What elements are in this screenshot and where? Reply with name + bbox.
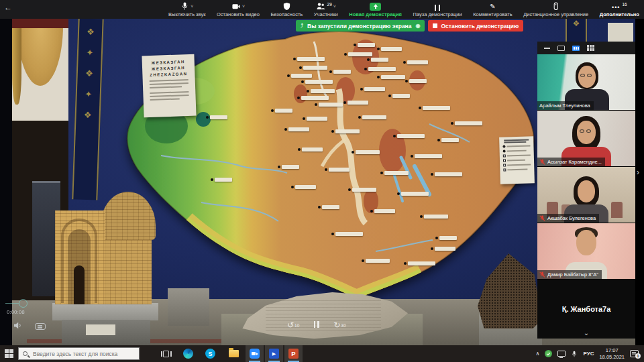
model-pedestal — [52, 303, 158, 320]
player-back-button[interactable]: ← — [4, 3, 12, 12]
map-legend — [499, 136, 535, 184]
zoom-app-button[interactable] — [246, 345, 264, 362]
participant-name: Қ. Жанбота7а — [562, 305, 611, 313]
minimize-icon[interactable] — [544, 48, 550, 49]
language-indicator[interactable]: РУС — [583, 351, 594, 357]
map-marker — [288, 127, 309, 131]
tray-mic-icon[interactable] — [571, 350, 578, 358]
map-marker — [291, 74, 312, 78]
map-marker — [348, 52, 372, 56]
map-marker — [381, 47, 402, 51]
skype-button[interactable]: S — [201, 345, 219, 362]
chevron-down-icon[interactable]: ˅ — [333, 2, 336, 11]
speaker-view-icon[interactable] — [557, 46, 565, 51]
chevron-down-icon[interactable]: ˅ — [242, 2, 245, 11]
tray-expand-icon[interactable]: ∧ — [536, 351, 540, 357]
new-share-button[interactable]: Новая демонстрация — [347, 0, 404, 19]
folder-icon — [229, 350, 239, 357]
forward-button[interactable]: ↻ 30 — [333, 320, 345, 330]
rewind-button[interactable]: ↺ 10 — [287, 320, 299, 330]
video-player-button[interactable]: ▶ — [265, 345, 283, 362]
map-marker — [301, 96, 329, 100]
annotate-button[interactable]: ✎ Комментировать — [471, 0, 514, 19]
rewind-icon: ↺ — [287, 320, 294, 330]
stop-share-button[interactable]: Остановить демонстрацию — [428, 20, 523, 32]
security-button[interactable]: Безопасность — [268, 0, 305, 19]
stop-video-button[interactable]: ˅ Остановить видео — [215, 0, 262, 19]
model-dome — [101, 192, 156, 240]
action-center-icon[interactable]: 1 — [630, 350, 639, 357]
map-title-sign: ЖЕЗКАЗГАН ЖЕЗКАЗГАН ZHEZKAZGAN — [142, 54, 196, 118]
start-button[interactable] — [0, 345, 18, 362]
microphone-icon — [180, 1, 189, 11]
mute-button[interactable]: ˅ Выключить звук — [166, 0, 207, 19]
shield-icon — [282, 2, 291, 11]
pause-share-button[interactable]: Пауза демонстрации — [411, 0, 464, 19]
participant-video-3[interactable]: Акшабак Булегенова — [537, 167, 635, 223]
search-input[interactable] — [32, 350, 132, 358]
display-icon[interactable] — [557, 351, 566, 357]
remote-control-button[interactable]: Дистанционное управление — [521, 0, 590, 19]
participant-video-2[interactable]: Асылзат Карамендие... — [537, 111, 635, 167]
taskbar-search[interactable] — [18, 347, 140, 360]
taskbar-clock[interactable]: 17:07 18.05.2021 — [599, 347, 625, 361]
participant-video-5[interactable]: Қ. Жанбота7а ⌄ — [537, 280, 635, 338]
antivirus-icon[interactable] — [545, 350, 552, 357]
camera-icon — [231, 2, 241, 11]
gallery-view-icon[interactable] — [587, 45, 594, 51]
map-marker — [435, 172, 462, 176]
map-marker — [381, 75, 405, 79]
skype-icon: S — [205, 349, 215, 359]
speaker-icon[interactable] — [13, 322, 21, 329]
edge-button[interactable] — [179, 345, 197, 362]
windows-logo-icon — [5, 349, 13, 358]
pause-playback-button[interactable] — [313, 321, 320, 329]
map-marker — [362, 115, 386, 119]
filmstrip-icon[interactable] — [35, 323, 46, 330]
map-marker — [297, 57, 325, 61]
map-marker — [352, 188, 376, 192]
edge-icon — [183, 349, 193, 359]
map-marker — [358, 43, 375, 47]
map-marker — [303, 66, 327, 70]
more-button[interactable]: ••• 16 Дополнительно — [598, 0, 641, 19]
mute-label: Выключить звук — [168, 11, 205, 17]
participants-label: Участники — [314, 11, 338, 17]
participant-name-tag: Асылзат Карамендие... — [537, 158, 605, 166]
map-marker — [435, 247, 455, 251]
map-marker — [371, 58, 388, 62]
file-explorer-button[interactable] — [225, 345, 243, 362]
participant-name-tag: Арайлым Тлеулинова — [537, 101, 594, 110]
map-marker — [215, 178, 232, 182]
map-marker — [335, 232, 363, 236]
participants-button[interactable]: 29 ˅ Участники — [312, 0, 340, 19]
pause-share-label: Пауза демонстрации — [413, 11, 462, 17]
participant-name: Асылзат Карамендие... — [547, 159, 602, 165]
model-portal — [55, 210, 105, 304]
map-marker — [295, 185, 316, 189]
chevron-down-icon[interactable]: ⌄ — [584, 329, 589, 337]
chevron-right-icon[interactable]: › — [637, 168, 639, 177]
map-marker — [384, 171, 409, 175]
active-view-icon[interactable] — [572, 46, 580, 51]
player-marker-line — [5, 303, 19, 304]
participants-panel: Арайлым Тлеулинова Асылзат Карамендие...… — [537, 42, 635, 339]
map-marker — [311, 89, 335, 93]
participant-video-1[interactable]: Арайлым Тлеулинова — [537, 54, 635, 111]
forward-seconds: 30 — [341, 323, 345, 328]
small-pedestal — [168, 288, 209, 326]
map-marker — [319, 103, 343, 107]
participant-video-4[interactable]: Дамир Байбатыр 8"А" — [537, 223, 635, 280]
zoom-app-icon — [250, 349, 260, 359]
map-marker — [455, 121, 482, 125]
chevron-down-icon[interactable]: ˅ — [191, 2, 193, 11]
muted-mic-icon — [539, 159, 545, 165]
task-view-button[interactable] — [157, 345, 175, 362]
annotate-label: Комментировать — [473, 11, 512, 17]
pause-icon — [434, 2, 441, 11]
share-status-text: Вы запустили демонстрацию экрана — [307, 23, 411, 29]
map-marker — [423, 106, 450, 110]
powerpoint-button[interactable]: P — [284, 345, 303, 362]
share-status: ⤴ Вы запустили демонстрацию экрана ◉ — [296, 20, 425, 32]
share-leaf-icon: ⤴ — [301, 23, 303, 29]
